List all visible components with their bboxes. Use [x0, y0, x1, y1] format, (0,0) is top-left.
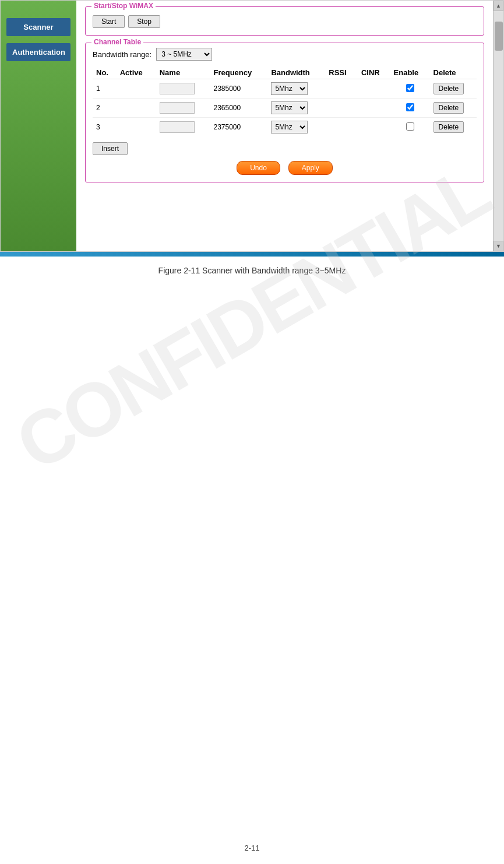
- row3-delete: Delete: [430, 118, 477, 137]
- row3-rssi: [325, 118, 358, 137]
- row3-enable-checkbox[interactable]: [406, 122, 414, 131]
- table-row: 2 2365000 5Mhz 10Mhz 20Mhz: [93, 99, 477, 118]
- row2-enable: [390, 99, 430, 118]
- row2-name: [156, 99, 210, 118]
- row2-no: 2: [93, 99, 117, 118]
- row1-cinr: [358, 79, 390, 99]
- row3-name: [156, 118, 210, 137]
- col-header-delete: Delete: [430, 66, 477, 79]
- row2-enable-checkbox[interactable]: [406, 103, 414, 111]
- page-wrapper: Scanner Authentication Start/Stop WiMAX …: [0, 0, 504, 864]
- insert-row: Insert: [93, 142, 477, 155]
- row1-active: [117, 79, 156, 99]
- col-header-bandwidth: Bandwidth: [267, 66, 325, 79]
- channel-table-section: Channel Table Bandwidth range: 3 ~ 5MHz …: [85, 43, 484, 182]
- col-header-frequency: Frequency: [210, 66, 267, 79]
- scroll-up-arrow[interactable]: ▲: [494, 1, 503, 11]
- figure-caption: Figure 2-11 Scanner with Bandwidth range…: [0, 266, 504, 275]
- scrollbar: ▲ ▼: [493, 1, 503, 251]
- start-button[interactable]: Start: [93, 15, 125, 28]
- sidebar: Scanner Authentication: [1, 1, 76, 251]
- scroll-thumb[interactable]: [495, 22, 503, 51]
- col-header-no: No.: [93, 66, 117, 79]
- row1-rssi: [325, 79, 358, 99]
- row2-delete-button[interactable]: Delete: [433, 102, 464, 114]
- row2-bandwidth-select[interactable]: 5Mhz 10Mhz 20Mhz: [271, 101, 308, 114]
- row1-bandwidth: 5Mhz 10Mhz 20Mhz: [267, 79, 325, 99]
- main-content: Start/Stop WiMAX Start Stop Channel Tabl…: [76, 1, 493, 251]
- bandwidth-row: Bandwidth range: 3 ~ 5MHz 5 ~ 10MHz 10 ~…: [93, 48, 477, 61]
- row2-name-input[interactable]: [160, 102, 195, 114]
- apply-button[interactable]: Apply: [288, 161, 333, 175]
- row2-delete: Delete: [430, 99, 477, 118]
- row3-delete-button[interactable]: Delete: [433, 121, 464, 133]
- row3-frequency: 2375000: [210, 118, 267, 137]
- row2-rssi: [325, 99, 358, 118]
- insert-button[interactable]: Insert: [93, 142, 128, 155]
- row1-enable: [390, 79, 430, 99]
- row1-name: [156, 79, 210, 99]
- row3-bandwidth-select[interactable]: 5Mhz 10Mhz 20Mhz: [271, 121, 308, 134]
- scroll-down-arrow[interactable]: ▼: [494, 241, 503, 251]
- page-number: 2-11: [0, 844, 504, 852]
- row3-bandwidth: 5Mhz 10Mhz 20Mhz: [267, 118, 325, 137]
- col-header-cinr: CINR: [358, 66, 390, 79]
- channel-table-title: Channel Table: [91, 38, 143, 46]
- action-row: Undo Apply: [93, 161, 477, 175]
- ui-panel: Scanner Authentication Start/Stop WiMAX …: [0, 0, 504, 252]
- row3-name-input[interactable]: [160, 121, 195, 133]
- table-row: 1 2385000 5Mhz 10Mhz 20Mhz: [93, 79, 477, 99]
- undo-button[interactable]: Undo: [237, 161, 280, 175]
- row1-frequency: 2385000: [210, 79, 267, 99]
- row3-active: [117, 118, 156, 137]
- row1-delete: Delete: [430, 79, 477, 99]
- row2-active: [117, 99, 156, 118]
- row1-enable-checkbox[interactable]: [406, 84, 414, 92]
- start-stop-title: Start/Stop WiMAX: [91, 2, 156, 10]
- sidebar-item-authentication[interactable]: Authentication: [6, 43, 71, 61]
- row1-bandwidth-select[interactable]: 5Mhz 10Mhz 20Mhz: [271, 82, 308, 95]
- channel-table: No. Active Name Frequency Bandwidth RSSI…: [93, 66, 477, 136]
- row3-no: 3: [93, 118, 117, 137]
- row2-bandwidth: 5Mhz 10Mhz 20Mhz: [267, 99, 325, 118]
- row2-frequency: 2365000: [210, 99, 267, 118]
- row1-name-input[interactable]: [160, 83, 195, 94]
- sidebar-item-scanner[interactable]: Scanner: [6, 18, 71, 36]
- col-header-rssi: RSSI: [325, 66, 358, 79]
- row2-cinr: [358, 99, 390, 118]
- col-header-name: Name: [156, 66, 210, 79]
- row1-no: 1: [93, 79, 117, 99]
- start-stop-section: Start/Stop WiMAX Start Stop: [85, 6, 484, 36]
- blue-separator: [0, 252, 504, 257]
- bandwidth-range-select[interactable]: 3 ~ 5MHz 5 ~ 10MHz 10 ~ 20MHz: [156, 48, 212, 61]
- start-stop-buttons: Start Stop: [93, 12, 477, 28]
- col-header-enable: Enable: [390, 66, 430, 79]
- row3-cinr: [358, 118, 390, 137]
- bandwidth-range-label: Bandwidth range:: [93, 50, 151, 59]
- table-row: 3 2375000 5Mhz 10Mhz 20Mhz: [93, 118, 477, 137]
- row3-enable: [390, 118, 430, 137]
- stop-button[interactable]: Stop: [128, 15, 160, 28]
- row1-delete-button[interactable]: Delete: [433, 83, 464, 94]
- col-header-active: Active: [117, 66, 156, 79]
